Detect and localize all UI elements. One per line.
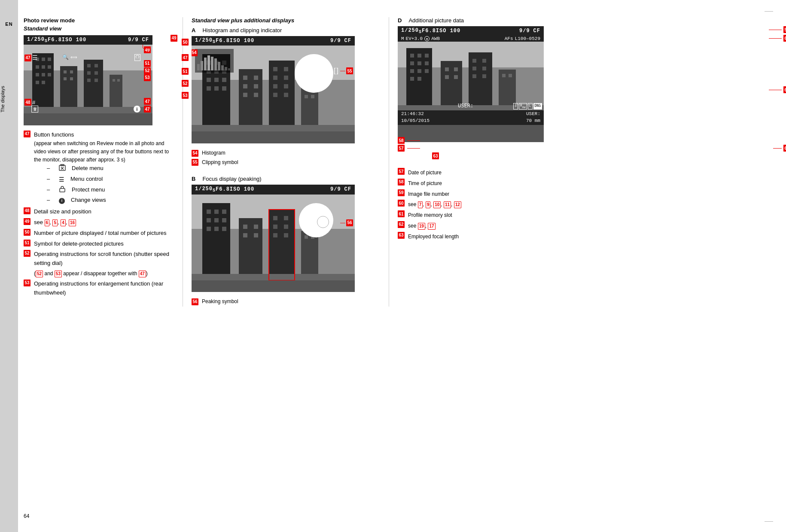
- callout-52-out: 52: [182, 80, 189, 87]
- camera-screen-additional: 1/250S F6.8 ISO 100 9/9 CF M EV+3.0 ●: [398, 26, 544, 142]
- section-a-text: Histogram and clipping indicator: [202, 27, 282, 33]
- svg-rect-46: [239, 69, 262, 131]
- svg-rect-45: [222, 86, 226, 91]
- svg-rect-4: [36, 65, 39, 69]
- desc-55-item: 55 Clipping symbol: [192, 158, 380, 167]
- svg-rect-13: [64, 70, 67, 73]
- dash-delete-label: Delete menu: [72, 164, 104, 173]
- section-d-text: Additional picture data: [408, 17, 464, 24]
- desc-47-sub: (appear when switching on Review mode in…: [34, 140, 174, 164]
- user-label: USER:: [458, 103, 473, 109]
- section-a-label: A: [192, 27, 195, 33]
- add-metering: ●: [424, 36, 430, 41]
- svg-rect-75: [221, 65, 224, 70]
- add-user: USER:: [526, 111, 540, 116]
- svg-rect-115: [410, 77, 414, 81]
- svg-rect-56: [273, 76, 277, 80]
- svg-rect-71: [207, 55, 210, 70]
- svg-rect-59: [284, 84, 288, 88]
- add-aperture: F6.8: [422, 28, 436, 34]
- callout-58-desc: 58: [398, 179, 405, 185]
- callout-50-out: 50: [182, 39, 189, 46]
- cam-card: CF: [142, 37, 149, 43]
- callout-63-desc: 63: [398, 232, 405, 239]
- mid-column: Standard view plus additional displays A…: [183, 17, 389, 307]
- info-icon-dash: i: [59, 198, 65, 204]
- left-section-title: Photo review mode: [24, 17, 174, 24]
- svg-rect-114: [425, 69, 429, 73]
- svg-rect-78: [202, 203, 230, 280]
- cam-bar-add-b1: 21:46:32 USER:: [398, 110, 544, 117]
- scene-peaking: — 56: [192, 195, 355, 280]
- svg-rect-77: [228, 68, 231, 70]
- svg-rect-58: [273, 84, 277, 88]
- desc-59-text: Image file number: [408, 189, 449, 199]
- svg-rect-101: [305, 235, 308, 239]
- callout-47-desc: 47: [24, 131, 30, 137]
- desc-54-text: Histogram: [202, 149, 225, 158]
- dash-info: – i Change views: [47, 196, 174, 205]
- svg-rect-15: [64, 77, 67, 80]
- svg-rect-128: [482, 74, 486, 78]
- right-column: D Additional picture data 1/250S F6.8 IS…: [389, 17, 777, 307]
- svg-rect-41: [214, 78, 219, 82]
- desc-60: 60 see 7, 9, 10, 11, 12: [398, 200, 777, 210]
- section-b-text: Focus display (peaking): [202, 176, 261, 182]
- section-a-header: A Histogram and clipping indicator: [192, 27, 380, 33]
- add-focal: 70 mm: [526, 118, 540, 123]
- callout-61-line: 61: [769, 86, 786, 93]
- svg-rect-81: [222, 210, 226, 214]
- menu-icon: ☰: [32, 54, 38, 61]
- svg-rect-118: [445, 67, 449, 71]
- svg-rect-68: [197, 64, 200, 70]
- desc-51-text: Symbol for delete-protected pictures: [34, 240, 124, 249]
- svg-rect-97: [284, 225, 288, 229]
- svg-rect-93: [269, 210, 295, 280]
- cam-iso: ISO 100: [62, 37, 86, 43]
- ref-47-inline: 47: [139, 271, 146, 277]
- desc-57-text: Date of picture: [408, 168, 442, 178]
- svg-rect-12: [60, 66, 77, 113]
- svg-rect-9: [48, 73, 51, 76]
- callout-55-desc: 55: [192, 159, 198, 166]
- cam-bar-add-r1: 1/250S F6.8 ISO 100 9/9 CF: [398, 26, 544, 36]
- cam-aperture: F6.8: [48, 37, 62, 43]
- peak-iso: ISO 100: [230, 186, 254, 192]
- desc-49-text: see 6, 5, 4, 16: [34, 218, 76, 227]
- add-wb: AWB: [431, 36, 440, 41]
- add-lens: L100–0529: [515, 36, 540, 41]
- profile-dng: DNG: [533, 103, 542, 110]
- dash-delete: – Delete menu: [47, 164, 174, 174]
- arrows-icon: ⟺: [70, 55, 77, 60]
- callout-52-callout: 52: [144, 67, 151, 74]
- profile-s: S: [513, 103, 518, 110]
- info-icon: i: [134, 106, 140, 112]
- mid-section-subtitle: Standard view plus additional displays: [192, 17, 380, 24]
- svg-rect-57: [284, 76, 288, 80]
- add-ev: EV+3.0: [406, 36, 423, 41]
- desc-63: 63 Employed focal length: [398, 232, 777, 242]
- dash-info-label: Change views: [71, 196, 106, 205]
- ref-10: 10: [433, 201, 441, 208]
- desc-61: 61 Profile memory slot: [398, 210, 777, 220]
- callout-52: 52: [144, 67, 151, 74]
- clipping-circle: [295, 54, 333, 93]
- desc-52-text: Operating instructions for scroll functi…: [34, 250, 174, 268]
- desc-item-53: 53 Operating instructions for enlargemen…: [24, 280, 174, 298]
- callout-51-desc: 51: [24, 240, 30, 246]
- ref-11: 11: [444, 201, 451, 208]
- callout-49-desc: 49: [24, 218, 30, 225]
- additional-data-display-wrapper: 1/250S F6.8 ISO 100 9/9 CF M EV+3.0 ●: [398, 26, 777, 142]
- hist-aperture: F6.8: [216, 38, 230, 44]
- callout-52-desc: 52: [24, 250, 30, 257]
- peak-shutter: 1/250S: [195, 186, 216, 193]
- ref-9: 9: [426, 201, 431, 208]
- peak-aperture: F6.8: [216, 186, 230, 192]
- desc-56-item: 56 Peaking symbol: [192, 297, 380, 307]
- svg-rect-111: [425, 61, 429, 65]
- svg-rect-16: [70, 77, 73, 80]
- svg-rect-2: [42, 58, 45, 61]
- ref-4: 4: [61, 219, 66, 226]
- svg-rect-83: [214, 218, 219, 222]
- callout-49-area: 49: [144, 46, 151, 53]
